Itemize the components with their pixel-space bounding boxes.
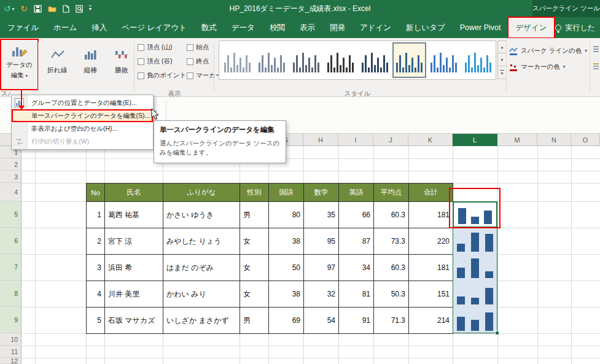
table-cell-total[interactable]: 214 <box>409 308 453 334</box>
customize-qat-button[interactable]: ▾ <box>89 6 92 12</box>
ribbon-tab-7[interactable]: 表示 <box>292 17 322 38</box>
sparkline-style-thumb-7[interactable] <box>427 42 461 78</box>
sparkline-style-thumb-4[interactable] <box>324 42 357 78</box>
menu-item-3[interactable]: 非表示および空白のセル(H)... <box>12 122 153 135</box>
table-cell-kokugo[interactable]: 80 <box>269 202 304 228</box>
winloss-sparkline-button[interactable]: 勝敗 <box>107 41 136 88</box>
table-cell-gender[interactable]: 男 <box>240 308 269 334</box>
table-cell-kokugo[interactable]: 69 <box>269 308 304 334</box>
ribbon-tab-6[interactable]: 校閲 <box>262 17 292 38</box>
edit-data-button[interactable]: データの 編集 ▾ <box>2 41 37 88</box>
menu-item-2[interactable]: 単一スパークラインのデータを編集(S)... <box>12 109 153 122</box>
column-header-J[interactable]: J <box>373 134 408 146</box>
table-cell-eigo[interactable]: 66 <box>339 202 374 228</box>
sparkline-style-thumb-1[interactable] <box>220 42 254 78</box>
table-cell-eigo[interactable]: 91 <box>339 308 374 334</box>
table-cell-no[interactable]: 4 <box>87 281 105 308</box>
table-cell-average[interactable]: 60.3 <box>374 255 409 281</box>
checkbox-negative-points[interactable]: 負のポイント <box>138 71 186 80</box>
column-sparkline-button[interactable]: 縦棒 <box>76 41 106 88</box>
column-header-K[interactable]: K <box>408 134 453 146</box>
ribbon-tab-2[interactable]: 挿入 <box>84 17 114 38</box>
table-cell-no[interactable]: 1 <box>87 202 105 228</box>
menu-item-1[interactable]: グループの位置とデータの編集(E)... <box>12 96 153 109</box>
table-cell-furigana[interactable]: かわい みり <box>163 281 240 308</box>
sparkline-color-button[interactable]: スパーク ラインの色 ▾ <box>509 44 587 58</box>
checkbox-low-point[interactable]: 頂点 (谷) <box>138 57 172 66</box>
ribbon-tab-12[interactable]: デザイン <box>508 17 554 38</box>
row-header-4[interactable]: 4 <box>0 183 21 201</box>
row-header-5[interactable]: 5 <box>0 201 21 228</box>
sparkline-cell-L8[interactable] <box>453 281 497 307</box>
table-cell-sugaku[interactable]: 35 <box>304 202 339 228</box>
ribbon-tab-3[interactable]: ページ レイアウト <box>114 17 194 38</box>
ribbon-tab-0[interactable]: ファイル <box>0 17 46 38</box>
sparkline-cell-L7[interactable] <box>453 254 497 281</box>
table-cell-no[interactable]: 3 <box>87 255 105 281</box>
ribbon-tab-9[interactable]: アドイン <box>353 17 399 38</box>
line-sparkline-button[interactable]: 折れ線 <box>41 41 74 88</box>
tell-me-box[interactable]: 実行した <box>555 17 600 38</box>
sparkline-cell-L5[interactable] <box>453 201 497 228</box>
table-cell-average[interactable]: 50.3 <box>374 281 409 308</box>
table-cell-total[interactable]: 181 <box>409 202 453 228</box>
ribbon-tab-5[interactable]: データ <box>224 17 262 38</box>
row-header-8[interactable]: 8 <box>0 281 21 307</box>
table-cell-eigo[interactable]: 81 <box>339 281 374 308</box>
gallery-more-button[interactable]: ▼ <box>497 66 507 79</box>
table-cell-name[interactable]: 葛西 祐基 <box>105 202 163 228</box>
table-cell-total[interactable]: 151 <box>409 281 453 308</box>
table-cell-average[interactable]: 73.3 <box>374 228 409 255</box>
ribbon-tab-8[interactable]: 開発 <box>322 17 353 38</box>
column-header-O[interactable]: O <box>571 134 600 146</box>
ribbon-tab-1[interactable]: ホーム <box>46 17 84 38</box>
ribbon-tab-10[interactable]: 新しいタブ <box>399 17 453 38</box>
new-file-button[interactable] <box>63 5 69 13</box>
table-cell-sugaku[interactable]: 95 <box>304 228 339 255</box>
table-cell-average[interactable]: 60.3 <box>374 202 409 228</box>
redo-button[interactable]: ↻ <box>20 4 28 13</box>
table-cell-average[interactable]: 71.3 <box>374 308 409 334</box>
table-cell-name[interactable]: 宮下 涼 <box>105 228 163 255</box>
open-folder-button[interactable] <box>48 6 56 12</box>
table-cell-gender[interactable]: 女 <box>240 228 269 255</box>
marker-color-button[interactable]: マーカーの色 ▾ <box>509 60 566 74</box>
column-header-M[interactable]: M <box>497 134 537 146</box>
table-cell-furigana[interactable]: かさい ゆうき <box>163 202 240 228</box>
checkbox-last-point[interactable]: 終点 <box>187 57 209 66</box>
checkbox-first-point[interactable]: 始点 <box>187 43 209 52</box>
fill-handle[interactable] <box>495 331 499 335</box>
table-cell-gender[interactable]: 女 <box>240 281 269 308</box>
sparkline-style-thumb-2[interactable] <box>255 42 289 78</box>
sparkline-style-thumb-6[interactable] <box>392 42 426 78</box>
column-header-L[interactable]: L <box>453 134 497 146</box>
sparkline-style-thumb-5[interactable] <box>358 42 392 78</box>
table-cell-eigo[interactable]: 87 <box>339 228 374 255</box>
row-header-3[interactable]: 3 <box>0 171 21 183</box>
table-cell-kokugo[interactable]: 38 <box>269 228 304 255</box>
sparkline-cell-L9[interactable] <box>453 307 497 333</box>
row-header-6[interactable]: 6 <box>0 228 21 254</box>
table-cell-sugaku[interactable]: 97 <box>304 255 339 281</box>
column-header-I[interactable]: I <box>338 134 373 146</box>
ribbon-tab-11[interactable]: Power Pivot <box>453 17 508 38</box>
table-cell-furigana[interactable]: みやした りょう <box>163 228 240 255</box>
row-header-2[interactable]: 2 <box>0 158 21 171</box>
row-header-11[interactable]: 11 <box>0 346 21 358</box>
column-header-N[interactable]: N <box>537 134 571 146</box>
row-header-9[interactable]: 9 <box>0 307 21 333</box>
sparkline-style-thumb-8[interactable] <box>461 42 495 78</box>
table-cell-eigo[interactable]: 34 <box>339 255 374 281</box>
table-cell-name[interactable]: 浜田 希 <box>105 255 163 281</box>
print-preview-button[interactable] <box>76 5 83 13</box>
row-header-10[interactable]: 10 <box>0 333 21 346</box>
ribbon-tab-4[interactable]: 数式 <box>194 17 224 38</box>
checkbox-high-point[interactable]: 頂点 (山) <box>138 43 172 52</box>
gallery-down-button[interactable]: ▼ <box>497 53 507 66</box>
row-header-7[interactable]: 7 <box>0 254 21 281</box>
table-cell-total[interactable]: 220 <box>409 228 453 255</box>
table-cell-gender[interactable]: 女 <box>240 255 269 281</box>
table-cell-kokugo[interactable]: 38 <box>269 281 304 308</box>
table-cell-furigana[interactable]: はまだ のぞみ <box>163 255 240 281</box>
table-cell-name[interactable]: 川井 美里 <box>105 281 163 308</box>
